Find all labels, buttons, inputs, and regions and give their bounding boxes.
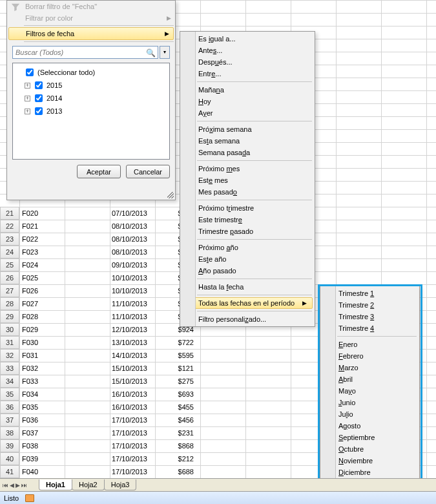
submenu-item[interactable]: Ayer [180,107,315,119]
cell[interactable]: F029 [19,323,84,336]
row-header[interactable]: 31 [0,336,19,349]
submenu-item[interactable]: Marzo [320,362,419,373]
cell[interactable]: 15/10/2013 [85,362,150,375]
cell[interactable]: F032 [19,362,84,375]
submenu-item[interactable]: Después... [180,56,315,68]
cell[interactable]: $868 [151,439,196,452]
worksheet-tab-2[interactable]: Hoja2 [72,479,105,490]
cell[interactable]: $455 [151,401,196,414]
submenu-item[interactable]: Próxima semana [180,123,315,135]
cell[interactable]: F023 [19,246,84,258]
submenu-item[interactable]: Semana pasada [180,147,315,158]
row-header[interactable]: 32 [0,349,19,362]
row-header[interactable]: 23 [0,233,19,246]
cell[interactable]: 07/10/2013 [85,207,150,220]
row-header[interactable]: 24 [0,246,19,258]
worksheet-tab-3[interactable]: Hoja3 [104,479,137,490]
cell[interactable]: 15/10/2013 [85,375,150,388]
cell[interactable]: F038 [19,439,84,452]
submenu-item-all-dates-period[interactable]: Todas las fechas en el período▶ [182,297,313,309]
row-header[interactable]: 33 [0,362,19,375]
row-header[interactable]: 37 [0,414,19,426]
cell[interactable]: $722 [151,336,196,349]
cell[interactable]: 11/10/2013 [85,310,150,323]
cell[interactable]: F021 [19,220,84,233]
submenu-item[interactable]: Filtro personalizado... [180,313,315,325]
date-filters-item[interactable]: Filtros de fecha ▶ [8,27,174,40]
cell[interactable]: 11/10/2013 [85,297,150,310]
resize-grip[interactable] [167,192,174,198]
cell[interactable]: 12/10/2013 [85,323,150,336]
submenu-item[interactable]: Abril [320,373,419,385]
row-header[interactable]: 30 [0,323,19,336]
row-header[interactable]: 26 [0,271,19,284]
cell[interactable]: 13/10/2013 [85,336,150,349]
cell[interactable]: F025 [19,271,84,284]
row-header[interactable]: 40 [0,452,19,465]
submenu-item[interactable]: Este año [180,253,315,265]
cell[interactable]: 09/10/2013 [85,258,150,271]
filter-values-tree[interactable]: (Seleccionar todo) +2015+2014+2013 [12,63,170,160]
submenu-item[interactable]: Septiembre [320,432,419,443]
search-input[interactable] [12,46,158,59]
select-all-checkbox[interactable] [26,68,34,76]
submenu-item[interactable]: Trimestre 3 [320,311,419,322]
worksheet-nav[interactable]: ⏮◀▶⏭ [0,482,39,488]
cell[interactable]: 08/10/2013 [85,246,150,258]
submenu-item[interactable]: Mañana [180,84,315,96]
submenu-item[interactable]: Próximo mes [180,163,315,174]
cell[interactable]: $595 [151,349,196,362]
submenu-item[interactable]: Esta semana [180,135,315,147]
row-header[interactable]: 27 [0,284,19,297]
tree-year-item[interactable]: +2015 [16,79,167,92]
cell[interactable]: F033 [19,375,84,388]
cell[interactable]: F028 [19,310,84,323]
submenu-item[interactable]: Este mes [180,174,315,186]
worksheet-tab-1[interactable]: Hoja1 [39,479,72,490]
submenu-item[interactable]: Próximo año [180,242,315,253]
cell[interactable]: $231 [151,426,196,439]
submenu-item[interactable]: Mes pasado [180,186,315,198]
submenu-item[interactable]: Agosto [320,420,419,432]
cell[interactable]: F035 [19,401,84,414]
row-header[interactable]: 36 [0,401,19,414]
row-header[interactable]: 35 [0,388,19,401]
ok-button[interactable]: Aceptar [77,165,121,178]
cell[interactable]: F031 [19,349,84,362]
tree-year-item[interactable]: +2013 [16,105,167,118]
cell[interactable]: F026 [19,284,84,297]
row-header[interactable]: 41 [0,465,19,478]
cell[interactable]: 17/10/2013 [85,465,150,478]
row-header[interactable]: 29 [0,310,19,323]
year-checkbox[interactable] [35,81,43,89]
row-header[interactable]: 38 [0,426,19,439]
macro-record-icon[interactable] [25,494,34,502]
submenu-item[interactable]: Noviembre [320,455,419,467]
cell[interactable]: F040 [19,465,84,478]
row-header[interactable]: 25 [0,258,19,271]
cell[interactable]: F036 [19,414,84,426]
cell[interactable]: $212 [151,452,196,465]
cancel-button[interactable]: Cancelar [126,165,170,178]
cell[interactable]: $275 [151,375,196,388]
tree-select-all[interactable]: (Seleccionar todo) [16,66,167,79]
submenu-item[interactable]: Julio [320,408,419,420]
cell[interactable]: 16/10/2013 [85,401,150,414]
submenu-item[interactable]: Trimestre 4 [320,322,419,334]
cell[interactable]: 17/10/2013 [85,426,150,439]
cell[interactable]: F027 [19,297,84,310]
cell[interactable]: 16/10/2013 [85,388,150,401]
submenu-item[interactable]: Hoy [180,96,315,107]
submenu-item[interactable]: Febrero [320,350,419,362]
submenu-item[interactable]: Trimestre pasado [180,226,315,237]
expand-icon[interactable]: + [25,109,30,114]
cell[interactable]: 17/10/2013 [85,414,150,426]
submenu-item[interactable]: Hasta la fecha [180,281,315,293]
submenu-item[interactable]: Mayo [320,385,419,397]
cell[interactable]: F034 [19,388,84,401]
cell[interactable]: F020 [19,207,84,220]
submenu-item[interactable]: Enero [320,339,419,350]
cell[interactable]: $456 [151,414,196,426]
cell[interactable]: 17/10/2013 [85,439,150,452]
cell[interactable]: F030 [19,336,84,349]
